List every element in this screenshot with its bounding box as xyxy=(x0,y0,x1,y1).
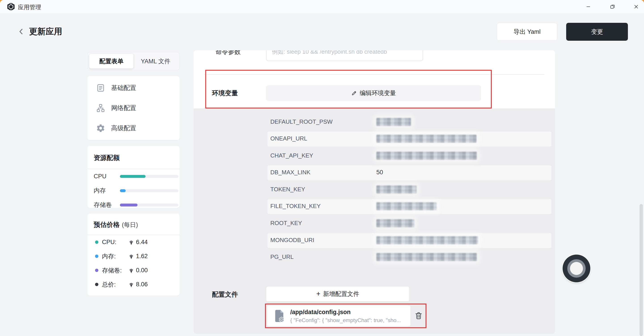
file-gear-icon xyxy=(272,309,285,323)
price-subtitle: (每日) xyxy=(122,221,138,229)
back-chevron-icon xyxy=(17,28,25,36)
env-row: MONGODB_URI xyxy=(194,232,555,249)
redacted-value xyxy=(376,185,416,193)
command-args-label: 命令参数 xyxy=(216,50,240,56)
disabled-section-panel: DEFAULT_ROOT_PSW ONEAPI_URL CHAT_API_KEY… xyxy=(194,109,555,334)
donut-ring xyxy=(567,259,586,278)
memory-progress-fill xyxy=(120,189,126,192)
form-content-card: 命令参数 例如: sleep 10 && /entrypoint.sh db c… xyxy=(194,50,555,334)
memory-color-dot xyxy=(95,255,98,258)
env-vars-label: 环境变量 xyxy=(212,89,238,98)
tab-yaml-file[interactable]: YAML 文件 xyxy=(134,54,178,69)
price-title-row: 预估价格 (每日) xyxy=(88,214,180,229)
redacted-value xyxy=(376,152,477,160)
delete-config-file-button[interactable] xyxy=(413,310,424,321)
cpu-progress-track xyxy=(120,175,178,178)
storage-progress-fill xyxy=(120,204,138,206)
restore-button[interactable] xyxy=(605,2,620,12)
price-row-memory: 内存: 1.62 xyxy=(88,249,180,263)
floating-assistant-button[interactable] xyxy=(562,255,590,282)
divider xyxy=(204,74,544,75)
redacted-value xyxy=(376,202,437,210)
config-files-label: 配置文件 xyxy=(212,290,238,299)
redacted-value xyxy=(376,253,477,261)
env-row: ONEAPI_URL xyxy=(194,131,555,147)
donut-core xyxy=(570,262,583,275)
env-row: FILE_TOKEN_KEY xyxy=(194,198,555,215)
view-tabs: 配置表单 YAML 文件 xyxy=(88,52,180,70)
pencil-icon xyxy=(351,90,357,96)
sidebar-item-network-config[interactable]: 网络配置 xyxy=(88,98,180,118)
shell-currency-icon xyxy=(128,282,134,287)
redacted-value xyxy=(376,219,414,227)
env-row: CHAT_API_KEY xyxy=(194,148,555,164)
env-row: PG_URL xyxy=(194,249,555,266)
tab-config-form[interactable]: 配置表单 xyxy=(89,54,134,69)
window-title: 应用管理 xyxy=(18,3,41,11)
minimize-button[interactable] xyxy=(581,2,596,12)
app-logo-icon xyxy=(7,3,15,11)
sidebar-item-label: 网络配置 xyxy=(111,104,136,112)
redacted-value xyxy=(376,118,411,126)
quota-row-cpu: CPU xyxy=(88,169,180,183)
price-row-cpu: CPU: 6.44 xyxy=(88,235,180,249)
redacted-value xyxy=(376,236,478,244)
plus-icon: + xyxy=(316,290,320,297)
cpu-color-dot xyxy=(95,240,98,244)
config-file-preview: { "FeConfig": { "show_emptyChat": true, … xyxy=(290,317,406,323)
add-config-file-button[interactable]: + 新增配置文件 xyxy=(266,286,410,301)
total-color-dot xyxy=(95,283,98,286)
price-title: 预估价格 xyxy=(94,220,120,229)
sidebar-item-advanced-config[interactable]: 高级配置 xyxy=(88,118,180,138)
command-args-input[interactable]: 例如: sleep 10 && /entrypoint.sh db create… xyxy=(266,50,423,61)
sidebar-item-basic-config[interactable]: 基础配置 xyxy=(88,78,180,98)
close-icon xyxy=(633,4,639,10)
sidebar-item-label: 高级配置 xyxy=(111,124,136,132)
edit-env-vars-button[interactable]: 编辑环境变量 xyxy=(266,86,481,101)
quota-row-memory: 内存 xyxy=(88,183,180,198)
shell-currency-icon xyxy=(128,253,134,259)
shell-currency-icon xyxy=(128,239,134,245)
resource-quota-card: 资源配额 CPU 内存 存储卷 xyxy=(88,146,180,208)
app-window: 应用管理 更新应用 导出 Yaml 变更 配置表单 YAML 文件 xyxy=(0,0,644,336)
config-file-item[interactable]: /app/data/config.json { "FeConfig": { "s… xyxy=(267,305,411,326)
quota-title: 资源配额 xyxy=(88,146,180,162)
env-row: TOKEN_KEY xyxy=(194,181,555,198)
config-file-path: /app/data/config.json xyxy=(290,309,350,316)
shell-currency-icon xyxy=(128,267,134,273)
export-yaml-button[interactable]: 导出 Yaml xyxy=(497,23,557,41)
cpu-progress-fill xyxy=(120,175,146,178)
memory-progress-track xyxy=(120,189,178,192)
trash-icon xyxy=(414,311,423,320)
env-row: DB_MAX_LINK 50 xyxy=(194,164,555,181)
minimize-icon xyxy=(586,4,591,10)
env-value: 50 xyxy=(376,169,383,176)
back-button[interactable] xyxy=(16,26,27,37)
env-row: DEFAULT_ROOT_PSW xyxy=(194,114,555,131)
storage-progress-track xyxy=(120,204,178,206)
estimated-price-card: 预估价格 (每日) CPU: 6.44 内存: 1.62 存储卷: 0.00 总… xyxy=(88,214,180,295)
price-row-total: 总价: 8.06 xyxy=(88,277,180,291)
restore-icon xyxy=(610,4,616,10)
storage-color-dot xyxy=(95,269,98,272)
close-button[interactable] xyxy=(629,2,644,12)
page-title: 更新应用 xyxy=(29,26,62,37)
quota-row-storage: 存储卷 xyxy=(88,198,180,212)
redacted-value xyxy=(376,135,476,143)
sidebar-item-label: 基础配置 xyxy=(111,84,136,92)
env-row: ROOT_KEY xyxy=(194,215,555,232)
network-icon xyxy=(96,103,105,113)
page-scrollbar-thumb[interactable] xyxy=(640,204,643,336)
gear-icon xyxy=(96,124,105,133)
section-nav: 基础配置 网络配置 高级配置 xyxy=(88,76,180,140)
command-args-placeholder: 例如: sleep 10 && /entrypoint.sh db create… xyxy=(272,50,387,56)
change-button[interactable]: 变更 xyxy=(566,23,628,41)
window-titlebar: 应用管理 xyxy=(0,0,644,13)
form-doc-icon xyxy=(96,83,105,93)
price-row-storage: 存储卷: 0.00 xyxy=(88,263,180,277)
